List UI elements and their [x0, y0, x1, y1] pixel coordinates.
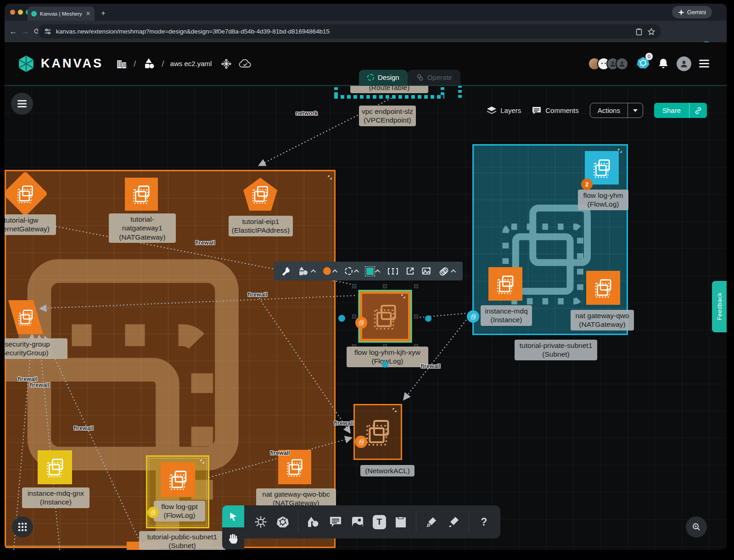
- url-text: kanvas.new/extension/meshmap?mode=design…: [56, 28, 631, 35]
- share-button[interactable]: Share: [654, 103, 707, 118]
- edge-label-firewall[interactable]: firewall: [17, 376, 37, 382]
- selection-handle[interactable]: [383, 284, 387, 288]
- connection-dot[interactable]: [425, 315, 431, 322]
- routetable-selection-border[interactable]: [458, 86, 462, 98]
- design-file-name[interactable]: aws ec2.yaml: [170, 60, 212, 67]
- layers-button[interactable]: Layers: [487, 106, 521, 115]
- window-close-button[interactable]: [10, 10, 15, 15]
- resize-icon[interactable]: [327, 174, 333, 180]
- configurator-icon[interactable]: [220, 58, 232, 70]
- help-button[interactable]: ?: [477, 514, 491, 530]
- url-bar[interactable]: kanvas.new/extension/meshmap?mode=design…: [38, 24, 661, 39]
- site-settings-icon[interactable]: [44, 28, 52, 36]
- comments-button[interactable]: Comments: [532, 106, 579, 115]
- edge-label-network[interactable]: network: [296, 110, 318, 117]
- tool-config-button[interactable]: [281, 267, 290, 276]
- flow-log-gpt-badge[interactable]: [147, 507, 159, 518]
- selection-handle[interactable]: [352, 284, 356, 288]
- node-instance-mdq-gnx[interactable]: [38, 450, 72, 484]
- tool-open-button[interactable]: [406, 267, 415, 275]
- design-canvas[interactable]: Layers Comments Actions Share (RouteTabl…: [5, 85, 727, 550]
- notifications-bell-icon[interactable]: [658, 58, 669, 70]
- tab-close-icon[interactable]: ✕: [85, 10, 91, 17]
- connection-dot[interactable]: [338, 315, 345, 322]
- edge-label-firewall[interactable]: firewall: [420, 363, 440, 370]
- forward-icon[interactable]: →: [19, 27, 31, 36]
- feedback-tab[interactable]: Feedback: [712, 281, 727, 332]
- text-tool-button[interactable]: T: [373, 515, 386, 529]
- tool-rename-button[interactable]: [387, 267, 398, 275]
- save-icon[interactable]: [635, 28, 643, 36]
- selection-handle[interactable]: [352, 314, 356, 319]
- tool-stack-button[interactable]: [439, 267, 456, 276]
- resize-icon[interactable]: [400, 293, 406, 299]
- tool-shapes-button[interactable]: [297, 266, 316, 276]
- back-icon[interactable]: ←: [7, 27, 19, 36]
- comment-tool-button[interactable]: [328, 514, 342, 530]
- actions-button[interactable]: Actions: [590, 103, 643, 118]
- canvas-menu-button[interactable]: [11, 93, 33, 115]
- collaborator-avatar[interactable]: [616, 57, 628, 70]
- chevron-up-icon[interactable]: [332, 269, 337, 274]
- line-tool-button[interactable]: [424, 514, 438, 530]
- node-tutorial-natgateway1[interactable]: [125, 178, 158, 211]
- window-minimize-button[interactable]: [18, 10, 23, 15]
- flow-log-badge[interactable]: [355, 317, 367, 329]
- user-avatar[interactable]: [677, 56, 691, 71]
- organization-icon[interactable]: [116, 58, 128, 70]
- node-instance-mdq[interactable]: [488, 267, 522, 301]
- selection-handle[interactable]: [414, 284, 418, 288]
- note-tool-button[interactable]: [394, 514, 408, 530]
- workspace-shapes-icon[interactable]: [142, 57, 156, 70]
- edge-label-firewall[interactable]: firewall: [195, 240, 215, 246]
- network-acl-badge[interactable]: [355, 436, 367, 448]
- resize-icon[interactable]: [199, 459, 205, 465]
- tab-design[interactable]: Design: [359, 70, 408, 85]
- selection-handle[interactable]: [414, 314, 418, 319]
- copy-link-button[interactable]: [689, 103, 707, 118]
- app-menu-icon[interactable]: [699, 60, 709, 67]
- zoom-button[interactable]: [686, 516, 707, 538]
- actions-dropdown[interactable]: [628, 103, 643, 118]
- collaborator-avatars[interactable]: [588, 57, 628, 70]
- tool-add-image-button[interactable]: [422, 267, 431, 275]
- tool-shape-fill-button[interactable]: [366, 268, 380, 275]
- environment-button[interactable]: 0: [636, 56, 650, 72]
- edge-label-firewall[interactable]: firewall: [334, 420, 353, 426]
- kanvas-logo-icon[interactable]: [17, 55, 35, 73]
- resize-icon[interactable]: [617, 148, 623, 154]
- cloud-sync-icon[interactable]: [238, 58, 252, 69]
- node-flow-log-gpt[interactable]: [161, 462, 195, 497]
- edge-label-firewall[interactable]: firewall: [270, 450, 290, 456]
- bookmark-star-icon[interactable]: [647, 28, 656, 36]
- tab-operate[interactable]: Operate: [408, 70, 460, 85]
- chevron-up-icon[interactable]: [375, 269, 380, 274]
- routetable-selection-border[interactable]: [334, 95, 444, 99]
- tool-border-style-button[interactable]: [345, 267, 359, 275]
- chevron-up-icon[interactable]: [311, 269, 316, 274]
- media-tool-button[interactable]: [351, 514, 365, 530]
- resize-icon[interactable]: [392, 407, 398, 413]
- new-tab-button[interactable]: +: [99, 9, 108, 18]
- private-subnet-badge[interactable]: [467, 310, 479, 323]
- chevron-up-icon[interactable]: [354, 269, 359, 274]
- gemini-button[interactable]: Gemini: [672, 6, 712, 18]
- shapes-tool-button[interactable]: [306, 514, 320, 530]
- tool-color-button[interactable]: [323, 267, 337, 275]
- pan-tool-button[interactable]: [222, 527, 244, 549]
- edge-label-firewall[interactable]: firewall: [73, 425, 93, 431]
- component-tool-button[interactable]: [253, 514, 268, 530]
- select-tool-button[interactable]: [222, 505, 244, 527]
- flow-log-yhm-count-badge[interactable]: 2: [581, 179, 593, 190]
- kubernetes-tool-button[interactable]: [275, 514, 290, 530]
- chevron-up-icon[interactable]: [451, 269, 456, 274]
- edge-label-firewall[interactable]: firewall: [247, 291, 267, 298]
- browser-tab[interactable]: Kanvas | Meshery ✕: [28, 6, 95, 21]
- routetable-selection-border[interactable]: [441, 86, 444, 95]
- edge-label-firewall[interactable]: firewall: [29, 382, 49, 388]
- apps-grid-button[interactable]: [12, 516, 33, 538]
- node-nat-gateway-qwo[interactable]: [586, 271, 620, 305]
- connection-dot[interactable]: [382, 361, 388, 368]
- freehand-tool-button[interactable]: [446, 514, 460, 530]
- routetable-selection-border[interactable]: [334, 86, 338, 95]
